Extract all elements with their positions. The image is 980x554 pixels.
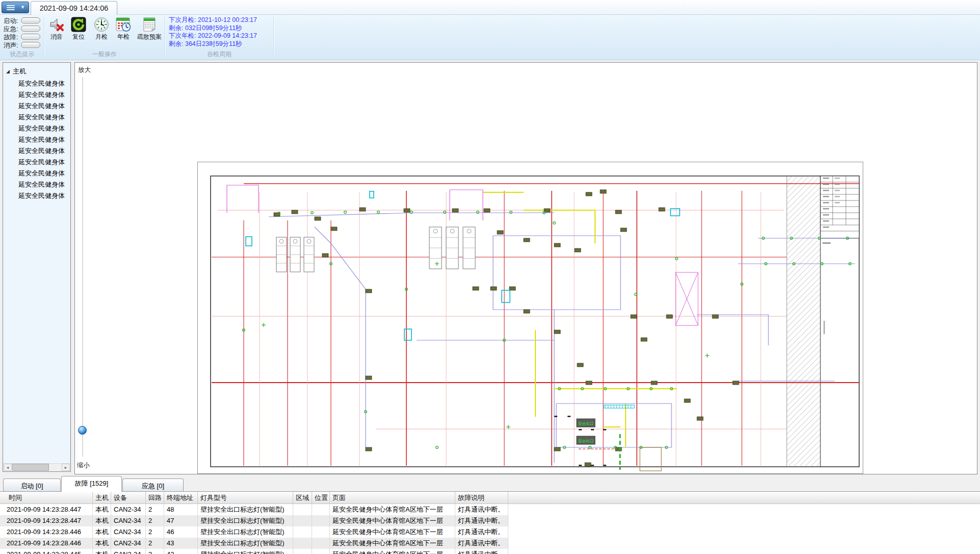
tree-item-station[interactable]: 延安全民健身体 xyxy=(18,102,70,111)
fault-log-cell: 2 xyxy=(146,515,164,526)
mute-button[interactable]: 消音 xyxy=(45,16,68,47)
fault-log-row[interactable]: 2021-09-09 14:23:28.445本机CAN2-34242壁挂安全出… xyxy=(0,549,508,554)
tree-item-station[interactable]: 延安全民健身体 xyxy=(18,191,70,200)
fault-log-cell: 壁挂安全出口标志灯(智能型) xyxy=(198,549,293,554)
reset-button[interactable]: 复位 xyxy=(67,16,90,47)
column-header-6[interactable]: 灯具型号 xyxy=(198,492,293,503)
status-group: 启动: 应急: 故障: 消声: 状态提示 xyxy=(0,15,44,60)
tree-item-station[interactable]: 延安全民健身体 xyxy=(18,146,70,156)
tree-item-station[interactable]: 延安全民健身体 xyxy=(18,124,70,133)
action-button-label: 月检 xyxy=(90,33,113,41)
monthly-check-button[interactable]: 月检 xyxy=(90,16,113,47)
device-tree-panel: 主机 延安全民健身体延安全民健身体延安全民健身体延安全民健身体延安全民健身体延安… xyxy=(3,62,71,472)
fault-log-cell: 本机 xyxy=(93,549,111,554)
selfcheck-line: 下次月检: 2021-10-12 00:23:17 xyxy=(169,16,257,24)
column-header-1[interactable]: 时间 xyxy=(3,492,93,503)
fault-log-cell: 本机 xyxy=(93,504,111,515)
scrollbar-thumb[interactable] xyxy=(12,464,49,471)
column-header-8[interactable]: 位置 xyxy=(312,492,330,503)
column-header-9[interactable]: 页面 xyxy=(330,492,455,503)
fault-log-row[interactable]: 2021-09-09 14:23:28.447本机CAN2-34248壁挂安全出… xyxy=(0,504,508,515)
column-header-2[interactable]: 主机 xyxy=(93,492,111,503)
column-header-4[interactable]: 回路 xyxy=(146,492,164,503)
fault-log-cell xyxy=(312,549,330,554)
status-indicator xyxy=(21,34,40,40)
exit-sign-label: 安全出口 xyxy=(578,421,594,426)
action-button-label: 消音 xyxy=(45,33,68,41)
tree-item-station[interactable]: 延安全民健身体 xyxy=(18,90,70,99)
fault-log-cell: 灯具通讯中断。 xyxy=(455,515,508,526)
fault-log-cell xyxy=(293,549,312,554)
tree-node-host[interactable]: 主机 xyxy=(6,67,26,76)
fault-log-cell: 本机 xyxy=(93,526,111,538)
column-header-3[interactable]: 设备 xyxy=(111,492,146,503)
fault-log-cell xyxy=(312,526,330,538)
tab-start[interactable]: 启动 [0] xyxy=(3,479,61,491)
fault-log-cell: 灯具通讯中断。 xyxy=(455,538,508,549)
scroll-right-icon[interactable]: ► xyxy=(62,464,70,471)
zoom-slider-thumb[interactable] xyxy=(78,426,87,435)
fault-log-cell: 2 xyxy=(146,526,164,538)
fault-log-cell xyxy=(293,538,312,549)
tree-item-station[interactable]: 延安全民健身体 xyxy=(18,158,70,167)
zoom-slider-track[interactable] xyxy=(82,77,83,457)
annual-check-button[interactable]: 年检 xyxy=(112,16,135,47)
evacuation-plan-button[interactable]: 疏散预案 xyxy=(135,16,164,47)
fault-log-cell: 灯具通讯中断。 xyxy=(455,504,508,515)
fault-log-row[interactable]: 2021-09-09 14:23:28.447本机CAN2-34247壁挂安全出… xyxy=(0,515,508,526)
status-label: 消声: xyxy=(4,41,18,50)
actions-group: 消音 复位 月检 年检 疏散预案 一般操作 xyxy=(44,15,165,60)
selfcheck-line: 剩余: 364日23时59分11秒 xyxy=(169,40,257,48)
fault-log-cell: CAN2-34 xyxy=(111,526,146,538)
tree-item-station[interactable]: 延安全民健身体 xyxy=(18,169,70,178)
zoom-in-button[interactable]: 放大 xyxy=(78,66,91,74)
mute-icon xyxy=(49,17,64,32)
tab-fault[interactable]: 故障 [1529] xyxy=(61,476,122,492)
fault-log-cell: 壁挂安全出口标志灯(智能型) xyxy=(198,538,293,549)
fault-log-cell: 延安全民健身中心体育馆A区地下一层 xyxy=(330,515,455,526)
fault-log-cell xyxy=(293,526,312,538)
fault-log-cell: 本机 xyxy=(93,515,111,526)
fault-log-cell: 47 xyxy=(164,515,198,526)
fault-log-cell: 2021-09-09 14:23:28.446 xyxy=(3,526,93,538)
tree-item-station[interactable]: 延安全民健身体 xyxy=(18,113,70,122)
log-table-body: 2021-09-09 14:23:28.447本机CAN2-34248壁挂安全出… xyxy=(0,504,980,554)
fault-log-cell: CAN2-34 xyxy=(111,515,146,526)
fault-log-cell xyxy=(293,515,312,526)
clock-tab[interactable]: 2021-09-09 14:24:06 xyxy=(31,1,117,15)
column-header-7[interactable]: 区域 xyxy=(293,492,312,503)
fault-log-cell: 本机 xyxy=(93,538,111,549)
annual-check-icon xyxy=(116,17,131,32)
scroll-left-icon[interactable]: ◄ xyxy=(4,464,12,471)
tree-item-station[interactable]: 延安全民健身体 xyxy=(18,135,70,144)
app-menu-button[interactable]: ▼ xyxy=(2,2,29,13)
column-header-10[interactable]: 故障说明 xyxy=(455,492,508,503)
fault-log-row[interactable]: 2021-09-09 14:23:28.446本机CAN2-34243壁挂安全出… xyxy=(0,538,508,549)
fault-log-cell: 壁挂安全出口标志灯(智能型) xyxy=(198,526,293,538)
status-group-label: 状态提示 xyxy=(0,50,44,59)
fault-log-row[interactable]: 2021-09-09 14:23:28.446本机CAN2-34246壁挂安全出… xyxy=(0,526,508,538)
reset-icon xyxy=(71,17,86,32)
status-row: 应急: xyxy=(0,25,44,33)
fault-log-cell: CAN2-34 xyxy=(111,538,146,549)
fault-log-cell: 灯具通讯中断。 xyxy=(455,549,508,554)
status-indicator xyxy=(21,26,40,32)
sidebar-horizontal-scrollbar[interactable]: ◄ ► xyxy=(4,463,70,471)
action-button-label: 年检 xyxy=(112,33,135,41)
fault-log-cell: CAN2-34 xyxy=(111,504,146,515)
evacuation-plan-icon xyxy=(142,17,157,32)
fault-log-cell: 48 xyxy=(164,504,198,515)
fault-log-cell: 2 xyxy=(146,538,164,549)
tab-emergency[interactable]: 应急 [0] xyxy=(122,479,184,491)
plan-viewer-panel[interactable]: 放大 缩小 安全出口安全出口 xyxy=(74,62,977,474)
fault-log-cell: 延安全民健身中心体育馆A区地下一层 xyxy=(330,526,455,538)
fault-log-cell: CAN2-34 xyxy=(111,549,146,554)
fault-log-cell: 2021-09-09 14:23:28.446 xyxy=(3,538,93,549)
status-label: 启动: xyxy=(4,17,18,26)
column-header-5[interactable]: 终端地址 xyxy=(164,492,198,503)
tree-item-station[interactable]: 延安全民健身体 xyxy=(18,79,70,88)
fault-log-cell: 2 xyxy=(146,504,164,515)
zoom-out-button[interactable]: 缩小 xyxy=(77,461,90,470)
tree-item-station[interactable]: 延安全民健身体 xyxy=(18,180,70,189)
status-indicator xyxy=(21,17,40,23)
